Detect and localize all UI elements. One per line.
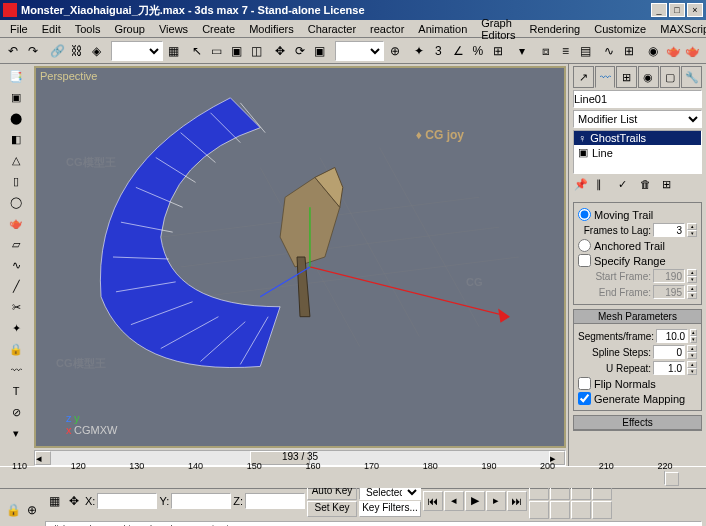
configure-button[interactable]: ⊞: [661, 177, 681, 197]
object-name-field[interactable]: [573, 90, 702, 108]
more-icon[interactable]: ▾: [4, 423, 28, 443]
plane-icon[interactable]: ▱: [4, 234, 28, 254]
flip-normals-checkbox[interactable]: Flip Normals: [578, 377, 697, 390]
menu-customize[interactable]: Customize: [588, 23, 652, 35]
menu-character[interactable]: Character: [302, 23, 362, 35]
undo-button[interactable]: ↶: [4, 40, 23, 62]
abs-button[interactable]: ⊕: [23, 502, 41, 518]
box-icon[interactable]: ◧: [4, 129, 28, 149]
link-button[interactable]: 🔗: [48, 40, 67, 62]
render-scene-button[interactable]: 🫖: [664, 40, 683, 62]
x-coord-input[interactable]: [97, 493, 157, 509]
motion-tab[interactable]: ◉: [638, 66, 659, 88]
rollout-header[interactable]: Mesh Parameters: [574, 310, 701, 324]
cylinder-icon[interactable]: ▯: [4, 171, 28, 191]
quick-render-button[interactable]: 🫖: [683, 40, 702, 62]
play-button[interactable]: ▶: [465, 491, 485, 511]
menu-create[interactable]: Create: [196, 23, 241, 35]
urepeat-input[interactable]: [653, 361, 685, 375]
mirror-button[interactable]: ⧈: [536, 40, 555, 62]
moving-trail-radio[interactable]: Moving Trail: [578, 208, 697, 221]
minmax-button[interactable]: [571, 501, 591, 519]
prev-frame-button[interactable]: ◂: [444, 491, 464, 511]
line-icon[interactable]: ╱: [4, 276, 28, 296]
scroll-left-button[interactable]: ◂: [35, 451, 51, 465]
spinner-snap-button[interactable]: ⊞: [488, 40, 507, 62]
select-button[interactable]: ↖: [188, 40, 207, 62]
tab-panel-icon[interactable]: 📑: [4, 66, 28, 86]
material-button[interactable]: ◉: [644, 40, 663, 62]
lock-sel-icon[interactable]: 🔒: [4, 339, 28, 359]
anchored-trail-radio[interactable]: Anchored Trail: [578, 239, 697, 252]
timeline-thumb[interactable]: [665, 472, 679, 486]
show-end-button[interactable]: ∥: [595, 177, 615, 197]
transform-typein-button[interactable]: ✥: [65, 493, 83, 509]
schematic-button[interactable]: ⊞: [620, 40, 639, 62]
region-zoom-button[interactable]: [592, 501, 612, 519]
close-button[interactable]: ×: [687, 3, 703, 17]
psnap-button[interactable]: %: [469, 40, 488, 62]
utilities-tab[interactable]: 🔧: [681, 66, 702, 88]
teapot-icon[interactable]: 🫖: [4, 213, 28, 233]
setkey-button[interactable]: Set Key: [307, 501, 357, 517]
menu-graph[interactable]: Graph Editors: [475, 17, 521, 41]
menu-views[interactable]: Views: [153, 23, 194, 35]
axis-icon[interactable]: ✦: [4, 318, 28, 338]
menu-tools[interactable]: Tools: [69, 23, 107, 35]
select-icon[interactable]: ▣: [4, 87, 28, 107]
arc-rotate-button[interactable]: [550, 501, 570, 519]
curve-editor-button[interactable]: ∿: [600, 40, 619, 62]
spinner[interactable]: ▴▾: [690, 329, 697, 343]
modifier-stack[interactable]: ♀GhostTrails ▣Line: [573, 130, 702, 174]
redo-button[interactable]: ↷: [24, 40, 43, 62]
layer-button[interactable]: ▤: [576, 40, 595, 62]
goto-start-button[interactable]: ⏮: [423, 491, 443, 511]
segments-input[interactable]: [656, 329, 688, 343]
menu-file[interactable]: File: [4, 23, 34, 35]
y-coord-input[interactable]: [171, 493, 231, 509]
timeline-ruler[interactable]: 110 120 130 140 150 160 170 180 190 200 …: [0, 466, 706, 488]
asnap-button[interactable]: ∠: [449, 40, 468, 62]
refcoord-dropdown[interactable]: View: [335, 41, 385, 61]
modifier-list-dropdown[interactable]: Modifier List: [573, 110, 702, 128]
modify-tab[interactable]: 〰: [595, 66, 616, 88]
select-region-button[interactable]: ▣: [227, 40, 246, 62]
named-sel-button[interactable]: ▾: [512, 40, 531, 62]
window-crossing-button[interactable]: ◫: [247, 40, 266, 62]
display-tab[interactable]: ▢: [660, 66, 681, 88]
curve-icon[interactable]: ∿: [4, 255, 28, 275]
sphere-icon[interactable]: ⬤: [4, 108, 28, 128]
z-coord-input[interactable]: [245, 493, 305, 509]
remove-mod-button[interactable]: 🗑: [639, 177, 659, 197]
lock-button[interactable]: 🔒: [4, 502, 22, 518]
manip-button[interactable]: ✦: [409, 40, 428, 62]
hierarchy-tab[interactable]: ⊞: [616, 66, 637, 88]
scale-button[interactable]: ▣: [311, 40, 330, 62]
menu-rendering[interactable]: Rendering: [523, 23, 586, 35]
next-frame-button[interactable]: ▸: [486, 491, 506, 511]
unlink-button[interactable]: ⛓: [68, 40, 87, 62]
center-button[interactable]: ⊕: [385, 40, 404, 62]
spline-steps-input[interactable]: [653, 345, 685, 359]
pan-button[interactable]: [529, 501, 549, 519]
create-tab[interactable]: ↗: [573, 66, 594, 88]
expand-icon[interactable]: ▣: [578, 146, 588, 159]
align-button[interactable]: ≡: [556, 40, 575, 62]
menu-modifiers[interactable]: Modifiers: [243, 23, 300, 35]
menu-animation[interactable]: Animation: [412, 23, 473, 35]
pin-stack-button[interactable]: 📌: [573, 177, 593, 197]
menu-group[interactable]: Group: [108, 23, 151, 35]
rotate-button[interactable]: ⟳: [291, 40, 310, 62]
specify-range-checkbox[interactable]: Specify Range: [578, 254, 697, 267]
keymode-button[interactable]: ▦: [45, 493, 63, 509]
frames-to-lag-input[interactable]: [653, 223, 685, 237]
select-name-button[interactable]: ▭: [207, 40, 226, 62]
move-button[interactable]: ✥: [271, 40, 290, 62]
spinner[interactable]: ▴▾: [687, 345, 697, 359]
section-icon[interactable]: ⊘: [4, 402, 28, 422]
bind-button[interactable]: ◈: [87, 40, 106, 62]
spinner[interactable]: ▴▾: [687, 361, 697, 375]
filter-button[interactable]: ▦: [164, 40, 183, 62]
clip-icon[interactable]: ✂: [4, 297, 28, 317]
perspective-viewport[interactable]: Perspective: [34, 66, 566, 448]
